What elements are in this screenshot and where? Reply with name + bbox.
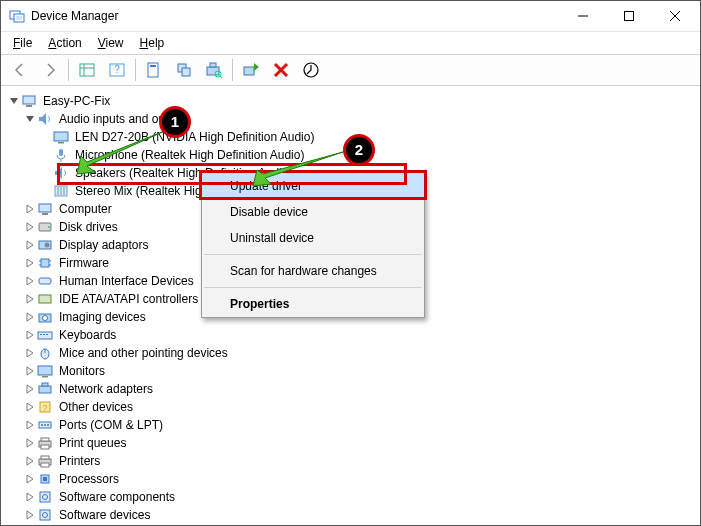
svg-rect-58: [42, 383, 48, 386]
device-label: Microphone (Realtek High Definition Audi…: [73, 146, 306, 164]
category-label: Software components: [57, 488, 177, 506]
hid-icon: [37, 273, 53, 289]
update-driver-toolbar-button[interactable]: [297, 56, 325, 84]
category-printers[interactable]: Printers: [7, 452, 700, 470]
expander-closed-icon[interactable]: [23, 470, 37, 488]
menu-view[interactable]: View: [90, 34, 132, 52]
ctx-update-driver[interactable]: Update driver: [202, 173, 424, 199]
category-label: Display adaptors: [57, 236, 150, 254]
svg-rect-28: [59, 149, 63, 156]
device-item[interactable]: Microphone (Realtek High Definition Audi…: [7, 146, 700, 164]
camera-icon: [37, 309, 53, 325]
show-hidden-button[interactable]: [73, 56, 101, 84]
expander-closed-icon[interactable]: [23, 344, 37, 362]
svg-point-39: [45, 243, 50, 248]
expander-closed-icon[interactable]: [23, 308, 37, 326]
ctx-uninstall-device[interactable]: Uninstall device: [202, 225, 424, 251]
menu-file[interactable]: File: [5, 34, 40, 52]
expander-closed-icon[interactable]: [23, 290, 37, 308]
expander-closed-icon[interactable]: [23, 218, 37, 236]
svg-rect-7: [80, 64, 94, 76]
category-keyboards[interactable]: Keyboards: [7, 326, 700, 344]
tree-root-label: Easy-PC-Fix: [41, 92, 112, 110]
mouse-icon: [37, 345, 53, 361]
category-other[interactable]: ?Other devices: [7, 398, 700, 416]
ctx-disable-device[interactable]: Disable device: [202, 199, 424, 225]
svg-rect-49: [38, 332, 52, 339]
expander-closed-icon[interactable]: [23, 488, 37, 506]
svg-rect-40: [41, 259, 49, 267]
category-label: Printers: [57, 452, 102, 470]
svg-rect-67: [41, 445, 49, 449]
expander-closed-icon[interactable]: [23, 326, 37, 344]
expander-closed-icon[interactable]: [23, 380, 37, 398]
printer-icon: [37, 435, 53, 451]
tree-root[interactable]: Easy-PC-Fix: [7, 92, 700, 110]
category-audio[interactable]: Audio inputs and outputs: [7, 110, 700, 128]
expander-closed-icon[interactable]: [23, 416, 37, 434]
help-toolbar-button[interactable]: ?: [103, 56, 131, 84]
category-label: Keyboards: [57, 326, 118, 344]
forward-button[interactable]: [36, 56, 64, 84]
device-manager-icon: [9, 8, 25, 24]
menu-help[interactable]: Help: [132, 34, 173, 52]
category-label: Software devices: [57, 506, 152, 524]
expander-closed-icon[interactable]: [23, 362, 37, 380]
close-button[interactable]: [652, 1, 698, 31]
svg-point-62: [41, 424, 43, 426]
uninstall-device-button[interactable]: [267, 56, 295, 84]
category-label: Imaging devices: [57, 308, 148, 326]
expander-closed-icon[interactable]: [23, 236, 37, 254]
mixer-icon: [53, 183, 69, 199]
expander-closed-icon[interactable]: [23, 452, 37, 470]
expander-closed-icon[interactable]: [23, 506, 37, 524]
category-network[interactable]: Network adapters: [7, 380, 700, 398]
svg-rect-26: [54, 132, 68, 141]
device-item[interactable]: LEN D27-20B (NVIDIA High Definition Audi…: [7, 128, 700, 146]
svg-rect-46: [39, 295, 51, 303]
cpu-icon: [37, 471, 53, 487]
disk-icon: [37, 219, 53, 235]
software-icon: [37, 507, 53, 523]
minimize-button[interactable]: [560, 1, 606, 31]
category-label: Print queues: [57, 434, 128, 452]
category-mice[interactable]: Mice and other pointing devices: [7, 344, 700, 362]
svg-rect-15: [182, 68, 190, 76]
category-label: Other devices: [57, 398, 135, 416]
back-button[interactable]: [6, 56, 34, 84]
expander-closed-icon[interactable]: [23, 398, 37, 416]
expander-open-icon[interactable]: [7, 92, 21, 110]
expander-closed-icon[interactable]: [23, 272, 37, 290]
category-ports[interactable]: Ports (COM & LPT): [7, 416, 700, 434]
expander-open-icon[interactable]: [23, 110, 37, 128]
category-processors[interactable]: Processors: [7, 470, 700, 488]
menu-action[interactable]: Action: [40, 34, 89, 52]
category-label: Firmware: [57, 254, 111, 272]
expander-closed-icon[interactable]: [23, 254, 37, 272]
enable-device-button[interactable]: [237, 56, 265, 84]
svg-rect-55: [38, 366, 52, 375]
device-toolbar-button[interactable]: [170, 56, 198, 84]
expander-closed-icon[interactable]: [23, 434, 37, 452]
maximize-button[interactable]: [606, 1, 652, 31]
toolbar: ?: [1, 54, 700, 86]
category-swdev[interactable]: Software devices: [7, 506, 700, 524]
device-tree[interactable]: Easy-PC-Fix Audio inputs and outputs LEN…: [1, 86, 700, 525]
scan-hardware-button[interactable]: [200, 56, 228, 84]
titlebar: Device Manager: [1, 1, 700, 31]
svg-rect-25: [26, 105, 32, 107]
context-menu: Update driver Disable device Uninstall d…: [201, 172, 425, 318]
chip-icon: [37, 255, 53, 271]
category-monitors[interactable]: Monitors: [7, 362, 700, 380]
expander-closed-icon[interactable]: [23, 200, 37, 218]
device-label: LEN D27-20B (NVIDIA High Definition Audi…: [73, 128, 316, 146]
svg-text:?: ?: [114, 64, 120, 75]
category-swcomp[interactable]: Software components: [7, 488, 700, 506]
window-title: Device Manager: [31, 9, 118, 23]
ctx-properties[interactable]: Properties: [202, 291, 424, 317]
properties-toolbar-button[interactable]: [140, 56, 168, 84]
category-label: Mice and other pointing devices: [57, 344, 230, 362]
unknown-icon: ?: [37, 399, 53, 415]
ctx-scan-hardware[interactable]: Scan for hardware changes: [202, 258, 424, 284]
category-printq[interactable]: Print queues: [7, 434, 700, 452]
